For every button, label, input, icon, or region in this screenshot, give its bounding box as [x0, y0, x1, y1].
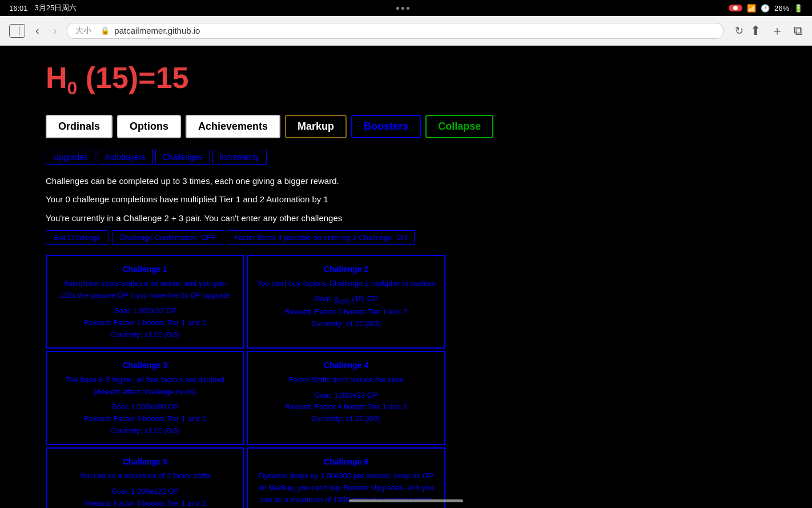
address-left-text: 大小: [75, 26, 91, 36]
challenge-3-current: Currently: x1.00 (0/3): [55, 425, 235, 437]
battery-icon: 🔋: [794, 4, 803, 13]
status-time: 16:01: [9, 4, 28, 13]
page-content: H0 (15)=15 Ordinals Options Achievements…: [0, 46, 812, 508]
subtab-incrementy[interactable]: Incrementy: [212, 150, 267, 165]
main-tabs: Ordinals Options Achievements Markup Boo…: [46, 115, 766, 138]
challenge-3-goal: Goal: 1.000e200 OP: [55, 401, 235, 413]
challenge-4-goal: Goal: 1.000e33 OP: [256, 390, 436, 402]
challenge-controls: Exit Challenge Challenge Confirmation: O…: [46, 230, 766, 245]
tab-collapse[interactable]: Collapse: [425, 115, 493, 138]
dot2: [401, 7, 404, 10]
challenge-grid: Challenge 1 Autoclicker costs scales a l…: [46, 255, 445, 508]
address-bar[interactable]: 大小 🔒 patcailmemer.github.io: [67, 23, 723, 39]
forward-button[interactable]: ›: [50, 24, 61, 37]
status-bar: 16:01 3月25日周六 📶 🕐 26% 🔋: [0, 0, 812, 16]
challenge-3-title: Challenge 3: [55, 359, 235, 371]
challenge-6-title: Challenge 6: [256, 455, 436, 468]
tab-markup[interactable]: Markup: [285, 115, 347, 138]
wifi-icon: 📶: [747, 4, 756, 13]
dot1: [396, 7, 399, 10]
challenge-1-desc: Autoclicker costs scales a lot worse, an…: [55, 278, 235, 302]
tab-achievements[interactable]: Achievements: [186, 115, 280, 138]
challenge-card-1[interactable]: Challenge 1 Autoclicker costs scales a l…: [46, 255, 244, 349]
status-right: 📶 🕐 26% 🔋: [729, 4, 803, 13]
challenge-5-desc: You can do a maximum of 2 factor shifts: [55, 470, 235, 482]
challenge-card-2[interactable]: Challenge 2 You can't buy factors, Chall…: [247, 255, 445, 349]
info-line-2: Your 0 challenge completions have multip…: [46, 193, 766, 206]
sidebar-icon: [15, 26, 19, 35]
subtab-autobuyers[interactable]: Autobuyers: [98, 150, 153, 165]
record-dot: [733, 6, 738, 10]
challenge-5-title: Challenge 5: [55, 455, 235, 468]
challenge-4-current: Currently: x1.00 (0/3): [256, 413, 436, 425]
challenge-5-reward: Reward: Factor 5 boosts Tier 1 and 2: [55, 498, 235, 508]
challenge-4-reward: Reward: Factor 4 boosts Tier 1 and 2: [256, 401, 436, 413]
exit-challenge-button[interactable]: Exit Challenge: [46, 230, 108, 245]
status-record: [729, 5, 742, 11]
challenge-1-reward: Reward: Factor 1 boosts Tier 1 and 2: [55, 317, 235, 329]
challenge-3-reward: Reward: Factor 3 boosts Tier 1 and 2: [55, 413, 235, 425]
challenge-2-desc: You can't buy factors, Challenge 1 multi…: [256, 278, 436, 290]
tab-boosters[interactable]: Boosters: [351, 115, 421, 138]
browser-actions: ⬆ ＋ ⧉: [750, 22, 803, 39]
add-tab-button[interactable]: ＋: [771, 22, 783, 39]
back-button[interactable]: ‹: [32, 24, 43, 37]
reload-button[interactable]: ↻: [735, 25, 743, 37]
scrollbar[interactable]: [349, 499, 463, 502]
title-sub: 0: [67, 78, 78, 98]
challenge-card-5[interactable]: Challenge 5 You can do a maximum of 2 fa…: [46, 447, 244, 508]
info-line-3: You're currently in a Challenge 2 + 3 pa…: [46, 212, 766, 225]
challenge-3-desc: The base is 5 higher, all free factors a…: [55, 374, 235, 398]
status-left: 16:01 3月25日周六: [9, 3, 77, 13]
share-button[interactable]: ⬆: [750, 23, 761, 38]
challenge-5-goal: Goal: 1.000e122 OP: [55, 486, 235, 498]
lock-icon: 🔒: [101, 26, 110, 35]
challenge-confirmation-button[interactable]: Challenge Confirmation: OFF: [112, 230, 223, 245]
challenge-1-goal: Goal: 1.000e32 OP: [55, 305, 235, 317]
challenge-2-current: Currently: x1.00 (0/3): [256, 318, 436, 330]
challenge-4-desc: Factor Shifts don't reduce the base: [256, 374, 436, 386]
browser-chrome: ‹ › 大小 🔒 patcailmemer.github.io ↻ ⬆ ＋ ⧉: [0, 16, 812, 46]
challenge-4-title: Challenge 4: [256, 359, 436, 371]
sub-tabs: Upgrades Autobuyers Challenges Increment…: [46, 150, 766, 165]
challenge-card-4[interactable]: Challenge 4 Factor Shifts don't reduce t…: [247, 351, 445, 445]
subtab-upgrades[interactable]: Upgrades: [46, 150, 95, 165]
status-date: 3月25日周六: [35, 3, 77, 13]
tabs-button[interactable]: ⧉: [794, 23, 803, 38]
sidebar-button[interactable]: [9, 24, 25, 38]
subtab-challenges[interactable]: Challenges: [155, 150, 210, 165]
dot3: [407, 7, 409, 10]
status-center: [391, 7, 414, 10]
clock-icon: 🕐: [761, 4, 770, 13]
challenge-1-current: Currently: x1.00 (0/3): [55, 329, 235, 341]
factor-boost-button[interactable]: Factor Boost if possible on entering a C…: [227, 230, 415, 245]
info-line-1: Challenges can be completed up to 3 time…: [46, 175, 766, 188]
title-h: H0 (15)=15: [46, 61, 189, 94]
challenge-6-desc: Dynamic drops by 1.00e300 per second, ke…: [256, 470, 436, 508]
challenge-1-title: Challenge 1: [55, 263, 235, 275]
battery-percent: 26%: [774, 4, 789, 13]
challenge-card-3[interactable]: Challenge 3 The base is 5 higher, all fr…: [46, 351, 244, 445]
tab-options[interactable]: Options: [117, 115, 181, 138]
address-url: patcailmemer.github.io: [114, 26, 200, 35]
challenge-2-reward: Reward: Factor 2 boosts Tier 1 and 2: [256, 306, 436, 318]
challenge-2-goal: Goal: gφ(0) (10) OP: [256, 293, 436, 306]
challenge-2-title: Challenge 2: [256, 263, 436, 275]
page-title: H0 (15)=15: [46, 62, 766, 99]
tab-ordinals[interactable]: Ordinals: [46, 115, 112, 138]
